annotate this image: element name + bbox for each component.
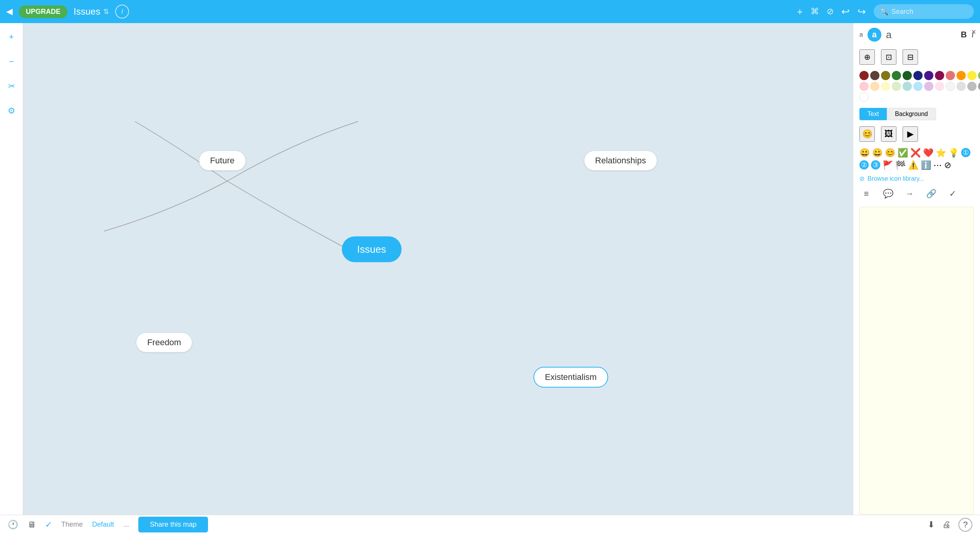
- browse-icon-library-link[interactable]: ⊘ Browse icon library...: [853, 173, 980, 184]
- check-action-button[interactable]: ✓: [946, 187, 960, 201]
- color-swatch[interactable]: [881, 82, 890, 91]
- color-swatch[interactable]: [978, 71, 980, 80]
- color-swatch[interactable]: [957, 71, 966, 80]
- redo-button[interactable]: ↪: [858, 6, 866, 18]
- emoji-item[interactable]: 😀: [859, 148, 870, 158]
- add-node-button[interactable]: +: [797, 6, 803, 18]
- color-swatch[interactable]: [892, 71, 901, 80]
- canvas-area[interactable]: Issues Future Relationships Freedom Exis…: [23, 23, 853, 515]
- color-swatch[interactable]: [946, 71, 955, 80]
- minus-icon: −: [9, 57, 14, 67]
- help-button[interactable]: ?: [958, 518, 972, 532]
- theme-value[interactable]: Default: [92, 521, 114, 529]
- color-swatch[interactable]: [924, 82, 933, 91]
- font-bold-button[interactable]: B: [961, 30, 967, 40]
- emoji-item[interactable]: ②: [859, 160, 869, 170]
- color-swatch[interactable]: [924, 71, 933, 80]
- header-actions: + ⌘ ⊘ ↩ ↪ 🔍: [797, 4, 974, 19]
- search-input[interactable]: [891, 8, 968, 16]
- print-button[interactable]: 🖨: [942, 520, 951, 530]
- video-button[interactable]: ▶: [903, 126, 918, 142]
- center-node[interactable]: Issues: [342, 236, 401, 262]
- emoji-item[interactable]: ✅: [898, 148, 908, 158]
- note-textarea[interactable]: [859, 207, 974, 514]
- style-icon-2[interactable]: ⊡: [881, 49, 896, 65]
- background-toggle-button[interactable]: Background: [887, 108, 936, 120]
- emoji-item[interactable]: ①: [961, 148, 970, 157]
- emoji-item[interactable]: 💡: [948, 148, 959, 158]
- no-icon[interactable]: ⊘: [944, 160, 951, 170]
- panel-close-button[interactable]: ×: [971, 27, 976, 37]
- arrow-action-button[interactable]: →: [903, 187, 916, 201]
- browse-icon: ⊘: [859, 175, 864, 182]
- settings-button[interactable]: ⚙: [4, 103, 19, 119]
- font-large-button[interactable]: a: [886, 29, 891, 41]
- emoji-item[interactable]: ⚠️: [908, 160, 918, 170]
- color-swatch[interactable]: [913, 71, 923, 80]
- emoji-grid: 😀 😀 😊 ✅ ❌ ❤️ ⭐ 💡 ① ② ③ 🚩 🏁 ⚠️ ℹ️ ⋯ ⊘: [853, 145, 980, 173]
- color-swatch[interactable]: [892, 82, 901, 91]
- emoji-item[interactable]: 🚩: [883, 160, 893, 170]
- search-box[interactable]: 🔍: [874, 4, 974, 19]
- font-size-row: a a a B I: [853, 23, 980, 46]
- check-button[interactable]: ✓: [45, 520, 52, 530]
- download-button[interactable]: ⬇: [928, 520, 935, 530]
- text-background-toggle: Text Background: [853, 105, 980, 123]
- color-swatch[interactable]: [903, 82, 912, 91]
- zoom-in-button[interactable]: +: [4, 29, 19, 45]
- color-swatch[interactable]: [903, 71, 912, 80]
- text-toggle-button[interactable]: Text: [859, 108, 887, 120]
- color-swatch[interactable]: [935, 71, 944, 80]
- color-swatch[interactable]: [946, 82, 955, 91]
- link-action-button[interactable]: 🔗: [924, 187, 938, 201]
- scissors-button[interactable]: ✂: [4, 79, 19, 94]
- color-swatch[interactable]: [957, 82, 966, 91]
- list-action-button[interactable]: ≡: [859, 187, 873, 201]
- color-swatch[interactable]: [870, 82, 879, 91]
- color-swatch[interactable]: [870, 71, 879, 80]
- style-icon-3[interactable]: ⊟: [903, 49, 918, 65]
- link-button[interactable]: ⌘: [811, 7, 819, 17]
- theme-dots-button[interactable]: ...: [123, 521, 129, 529]
- map-title[interactable]: Issues ⇅: [74, 6, 109, 17]
- emoji-item[interactable]: ⋯: [933, 160, 942, 170]
- font-small-button[interactable]: a: [859, 31, 863, 38]
- color-swatch[interactable]: [935, 82, 944, 91]
- screen-icon: 🖥: [27, 520, 36, 529]
- style-icon-1[interactable]: ⊕: [859, 49, 875, 65]
- screen-button[interactable]: 🖥: [27, 520, 36, 530]
- block-button[interactable]: ⊘: [827, 7, 834, 17]
- emoji-item[interactable]: ❤️: [923, 148, 933, 158]
- zoom-out-button[interactable]: −: [4, 54, 19, 69]
- emoji-item[interactable]: 😀: [872, 148, 883, 158]
- color-swatch[interactable]: [913, 82, 923, 91]
- theme-label: Theme: [61, 521, 83, 529]
- emoji-button[interactable]: 😊: [859, 126, 875, 142]
- share-button[interactable]: Share this map: [138, 517, 208, 532]
- comment-action-button[interactable]: 💬: [881, 187, 895, 201]
- undo-button[interactable]: ↩: [841, 6, 850, 18]
- color-swatch[interactable]: [967, 82, 977, 91]
- color-swatch[interactable]: [881, 71, 890, 80]
- back-button[interactable]: ◀: [6, 7, 13, 17]
- emoji-item[interactable]: ⭐: [936, 148, 946, 158]
- node-relationships[interactable]: Relationships: [584, 151, 657, 170]
- node-existentialism[interactable]: Existentialism: [533, 367, 608, 388]
- emoji-item[interactable]: 😊: [885, 148, 895, 158]
- upgrade-button[interactable]: UPGRADE: [19, 5, 67, 18]
- font-medium-button[interactable]: a: [868, 28, 881, 42]
- color-swatch[interactable]: [859, 71, 869, 80]
- color-swatch-white[interactable]: [859, 92, 869, 102]
- emoji-item[interactable]: ❌: [910, 148, 921, 158]
- history-button[interactable]: 🕐: [8, 520, 18, 530]
- emoji-item[interactable]: ℹ️: [921, 160, 931, 170]
- node-freedom[interactable]: Freedom: [136, 333, 192, 352]
- image-button[interactable]: 🖼: [881, 126, 896, 142]
- info-button[interactable]: i: [115, 5, 129, 18]
- node-future[interactable]: Future: [199, 151, 245, 170]
- color-swatch[interactable]: [978, 82, 980, 91]
- emoji-item[interactable]: 🏁: [895, 160, 906, 170]
- color-swatch[interactable]: [859, 82, 869, 91]
- emoji-item[interactable]: ③: [871, 160, 880, 170]
- color-swatch[interactable]: [967, 71, 977, 80]
